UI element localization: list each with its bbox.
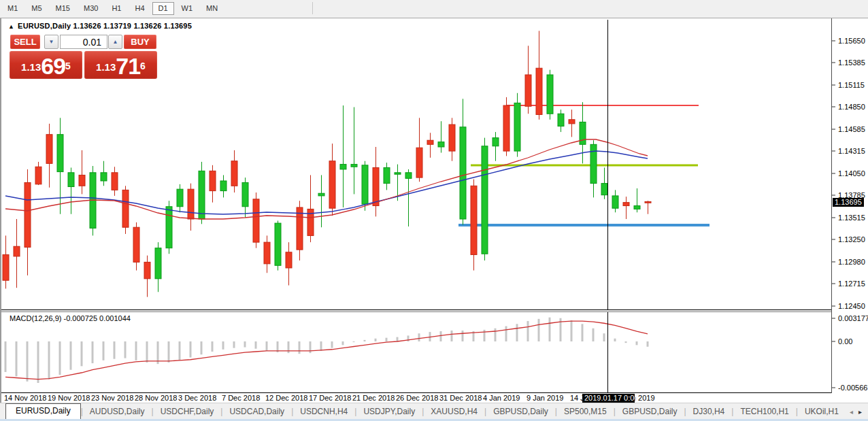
candle-body bbox=[558, 114, 564, 126]
sell-quote-button[interactable]: 1.13695 bbox=[10, 51, 82, 79]
date-axis-label: 12 Dec 2018 bbox=[265, 394, 307, 402]
sell-price-pip: 5 bbox=[65, 51, 71, 81]
timeframe-button-h4[interactable]: H4 bbox=[129, 2, 150, 15]
current-price-badge: 1.13695 bbox=[833, 198, 864, 207]
tab-scroll-left-icon[interactable]: ◂ bbox=[850, 408, 853, 416]
chart-tab-usdcnh-h4[interactable]: USDCNH,H4 bbox=[293, 405, 354, 419]
chart-tab-gbpusd-daily[interactable]: GBPUSD,Daily bbox=[616, 405, 684, 419]
price-axis-border bbox=[831, 18, 832, 393]
candle-body bbox=[645, 201, 651, 203]
candle-body bbox=[634, 206, 640, 209]
volume-input[interactable] bbox=[60, 35, 107, 49]
price-axis-label: 1.15115 bbox=[838, 81, 865, 89]
date-axis-label: 31 Dec 2018 bbox=[439, 394, 482, 402]
price-axis-label: 1.12980 bbox=[838, 258, 865, 266]
chart-tab-usdchf-daily[interactable]: USDCHF,Daily bbox=[154, 405, 221, 419]
timeframe-button-m15[interactable]: M15 bbox=[50, 2, 76, 15]
candle-body bbox=[362, 165, 368, 204]
candle-body bbox=[547, 75, 553, 114]
candle-body bbox=[580, 122, 586, 144]
toolbar-separator bbox=[312, 2, 313, 14]
timeframe-button-mn[interactable]: MN bbox=[200, 2, 224, 15]
candle-body bbox=[525, 75, 531, 106]
date-axis-label: 28 Nov 2018 bbox=[135, 394, 177, 402]
volume-increase-button[interactable]: ▲ bbox=[108, 35, 122, 49]
chart-tab-xauusd-h4[interactable]: XAUUSD,H4 bbox=[424, 405, 484, 419]
tab-scroll-arrows: ◂▸ bbox=[846, 408, 868, 419]
candle-body bbox=[79, 175, 85, 186]
buy-quote-button[interactable]: 1.13716 bbox=[84, 51, 157, 79]
price-axis-label: 1.14315 bbox=[838, 147, 865, 155]
sell-button[interactable]: SELL bbox=[10, 35, 40, 49]
candle-body bbox=[46, 135, 52, 164]
timeframe-button-d1[interactable]: D1 bbox=[152, 2, 174, 15]
candle-body bbox=[253, 199, 259, 242]
candle-body bbox=[155, 248, 161, 279]
candle-body bbox=[427, 140, 433, 144]
macd-signal-line bbox=[5, 321, 648, 380]
pane-splitter[interactable] bbox=[1, 310, 832, 312]
chart-tab-tech100-h1[interactable]: TECH100,H1 bbox=[733, 405, 795, 419]
candle-body bbox=[449, 124, 455, 151]
tab-scroll-right-icon[interactable]: ▸ bbox=[858, 408, 862, 416]
candle-body bbox=[373, 167, 379, 205]
candle-body bbox=[514, 103, 520, 151]
candle-body bbox=[286, 252, 292, 268]
chart-window[interactable]: ▲EURUSD,Daily 1.13626 1.13719 1.13626 1.… bbox=[0, 18, 868, 403]
candle-body bbox=[210, 171, 216, 190]
candle-body bbox=[623, 203, 629, 206]
candle-body bbox=[220, 181, 227, 191]
candle-body bbox=[199, 171, 205, 219]
candle-body bbox=[405, 173, 412, 179]
chart-tab-dj30-h4[interactable]: DJ30,H4 bbox=[686, 405, 732, 419]
chart-tab-audusd-daily[interactable]: AUDUSD,Daily bbox=[83, 405, 152, 419]
candle-body bbox=[590, 144, 597, 183]
ma-slow-line bbox=[5, 151, 648, 214]
date-axis-label: 23 Nov 2018 bbox=[91, 394, 133, 402]
chart-tab-gbpusd-daily[interactable]: GBPUSD,Daily bbox=[486, 405, 555, 419]
date-axis-label: 4 Jan 2019 bbox=[483, 394, 520, 402]
candle-body bbox=[612, 196, 618, 208]
candle-body bbox=[569, 120, 575, 124]
macd-axis-label: 0.003177 bbox=[838, 314, 868, 322]
candle-body bbox=[35, 167, 41, 184]
candle-body bbox=[601, 184, 607, 195]
timeframe-button-m30[interactable]: M30 bbox=[78, 2, 104, 15]
candle-body bbox=[275, 223, 281, 265]
price-axis-label: 1.13250 bbox=[838, 235, 865, 243]
date-axis-label: 21 Dec 2018 bbox=[352, 394, 395, 402]
timeframe-button-m1[interactable]: M1 bbox=[1, 2, 24, 15]
candle-body bbox=[482, 146, 488, 254]
candle-body bbox=[329, 161, 335, 208]
mt4-window: M1M5M15M30H1H4D1W1MN ▲EURUSD,Daily 1.136… bbox=[0, 0, 868, 421]
candle-body bbox=[351, 165, 357, 167]
date-axis-label: 26 Dec 2018 bbox=[396, 394, 438, 402]
timeframe-button-w1[interactable]: W1 bbox=[176, 2, 199, 15]
candle-body bbox=[264, 242, 270, 264]
sell-price-prefix: 1.13 bbox=[21, 58, 41, 76]
chart-tab-eurusd-daily[interactable]: EURUSD,Daily bbox=[5, 403, 81, 419]
candle-body bbox=[144, 262, 150, 278]
chart-tab-sp500-m15[interactable]: SP500,M15 bbox=[557, 405, 614, 419]
volume-decrease-button[interactable]: ▼ bbox=[44, 35, 59, 49]
buy-price-prefix: 1.13 bbox=[96, 58, 116, 76]
chart-tab-ukoil-h1[interactable]: UKOil,H1 bbox=[798, 405, 846, 419]
macd-axis-label: -0.005667 bbox=[838, 384, 868, 392]
macd-indicator-label: MACD(12,26,9) -0.000725 0.001044 bbox=[10, 314, 131, 322]
timeframe-button-m5[interactable]: M5 bbox=[25, 2, 48, 15]
candle-body bbox=[177, 189, 183, 207]
date-axis-label: 3 Dec 2018 bbox=[178, 394, 216, 402]
candle-body bbox=[112, 173, 118, 190]
sell-price-main: 69 bbox=[41, 56, 65, 76]
price-axis-label: 1.15385 bbox=[838, 58, 865, 67]
chart-tab-usdcad-daily[interactable]: USDCAD,Daily bbox=[222, 405, 291, 419]
candle-body bbox=[340, 165, 346, 169]
price-axis-label: 1.14850 bbox=[838, 103, 865, 111]
one-click-trading-panel: SELL ▼ ▲ BUY 1.13695 1.13716 bbox=[3, 18, 166, 81]
buy-button[interactable]: BUY bbox=[124, 35, 156, 49]
buy-price-pip: 6 bbox=[140, 51, 146, 81]
chart-tab-usdjpy-daily[interactable]: USDJPY,Daily bbox=[356, 405, 422, 419]
candle-body bbox=[122, 190, 129, 227]
price-axis-label: 1.15650 bbox=[838, 37, 865, 45]
timeframe-button-h1[interactable]: H1 bbox=[105, 2, 127, 15]
